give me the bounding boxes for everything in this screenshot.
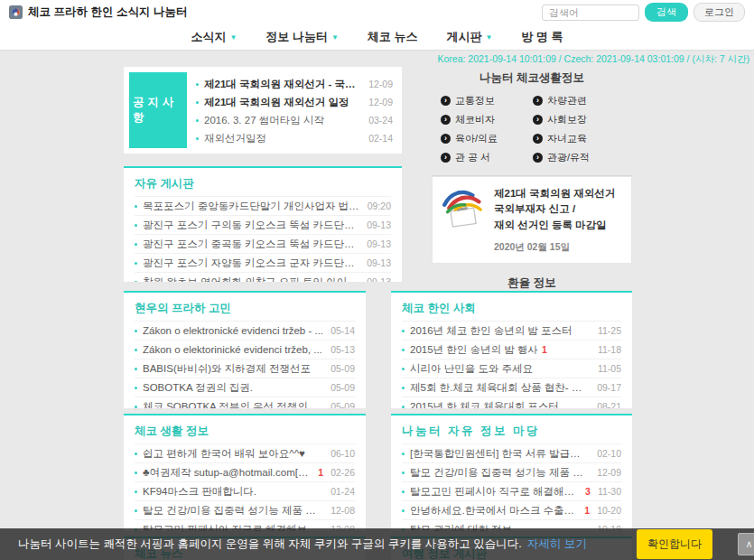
notice-item-date: 02-14 <box>361 133 393 144</box>
bullet-icon <box>135 471 137 474</box>
election-banner[interactable]: 제21대 국회의원 재외선거 국외부재자 신고 / 재외 선거인 등록 마감일 … <box>432 176 632 264</box>
board-item[interactable]: ♣여권제작 sutup-a@hotmail.com[여권/신분] 고민해결♣10… <box>135 462 355 481</box>
board-item-date: 11-30 <box>591 486 621 497</box>
board-item-text: Zákon o elektronické evidenci tržeb - ..… <box>143 325 323 336</box>
board-item[interactable]: 쉽고 편하게 한국어 배워 보아요^^♥06-10 <box>135 443 355 462</box>
board-item[interactable]: 탈모 건강/미용 집중력 성기능 제품 모두 한 곳에서 구매가...12-08 <box>135 500 355 519</box>
search-button[interactable]: 검색 <box>645 3 688 22</box>
header-top: 체코 프라하 한인 소식지 나눔터 검색 로그인 <box>0 0 754 24</box>
bullet-icon <box>196 137 199 140</box>
board-item[interactable]: 시리아 난민을 도와 주세요11-05 <box>402 359 621 378</box>
board-item-text: 안녕하세요.한국에서 마스크 수출하고있는 업체입니다. <box>410 504 581 518</box>
arrow-right-icon: › <box>441 96 451 106</box>
arrow-right-icon: › <box>441 134 451 144</box>
sidebar-link-label: 사회보장 <box>547 113 587 126</box>
notice-item-date: 12-09 <box>361 79 393 89</box>
sidebar-link[interactable]: ›육아/의료 <box>441 132 533 145</box>
sidebar-info-title: 나눔터 체코생활정보 <box>432 70 632 86</box>
board-item[interactable]: BABIS(바비쉬)와 지하경제 전쟁선포05-09 <box>135 359 355 378</box>
search-input[interactable] <box>542 5 639 21</box>
bullet-icon <box>196 83 199 86</box>
board-item[interactable]: 광진구 포스기 중곡동 키오스크 뚝섬 카드단말기 설치 구매 구의 CCT..… <box>135 234 391 253</box>
nav-item-게시판[interactable]: 게시판▼ <box>446 29 492 45</box>
board-item[interactable]: 창원 왕초보 영어회화 의창구 오픽 토익 아이엘츠 과외 주부 여행 일상..… <box>135 272 391 282</box>
login-button[interactable]: 로그인 <box>693 3 745 22</box>
board-item[interactable]: 탈모고민 핀페시아 직구로 해결해보세요!311-30 <box>402 481 621 500</box>
board-item[interactable]: SOBOTKA 정권의 집권.05-09 <box>135 378 355 397</box>
nav-item-label: 정보 나눔터 <box>265 29 328 45</box>
board-item-text: 광진구 포스기 구의동 키오스크 뚝섬 카드단말기 설치 구매 광장동 CC..… <box>143 219 359 232</box>
board-title: 체코 한인 사회 <box>402 301 621 316</box>
board-item[interactable]: 체코 SOBOTKA 정부의 우선 정책의 정리05-09 <box>135 397 355 408</box>
notice-item[interactable]: 2016. 3. 27 썸머타임 시작03-24 <box>196 111 393 129</box>
board-item-date: 09-13 <box>359 257 391 268</box>
board-item-text: ♣여권제작 sutup-a@hotmail.com[여권/신분] 고민해결♣ <box>143 466 314 480</box>
board-item-text: 광진구 포스기 중곡동 키오스크 뚝섬 카드단말기 설치 구매 구의 CCT..… <box>143 238 359 251</box>
bullet-icon <box>135 281 137 283</box>
nav-item-방명록[interactable]: 방 명 록 <box>521 29 563 45</box>
board-item[interactable]: 제5회 한.체코 체육대회 상품 협찬- 추가사항09-17 <box>402 378 621 397</box>
sidebar-link[interactable]: ›자녀교육 <box>533 132 625 145</box>
sidebar-link[interactable]: ›차량관련 <box>533 94 625 107</box>
site-brand[interactable]: 체코 프라하 한인 소식지 나눔터 <box>9 5 187 20</box>
notice-item-date: 12-09 <box>361 97 393 107</box>
banner-line-3: 재외 선거인 등록 마감일 <box>494 218 615 233</box>
bullet-icon <box>402 490 405 493</box>
banner-date: 2020년 02월 15일 <box>494 241 615 254</box>
board-item-text: 시리아 난민을 도와 주세요 <box>410 362 533 376</box>
board-item[interactable]: 2015년 한.체코 체육대회 포스터08-21 <box>402 397 621 408</box>
sidebar-link[interactable]: ›관 공 서 <box>441 151 533 164</box>
board-item[interactable]: 안녕하세요.한국에서 마스크 수출하고있는 업체입니다.110-20 <box>402 500 621 519</box>
notice-item[interactable]: 제21대 국회의원 재외선거 일정12-09 <box>196 93 393 111</box>
board-item-date: 05-13 <box>323 344 355 355</box>
sidebar-link[interactable]: ›사회보장 <box>533 113 625 126</box>
board-item-date: 09-17 <box>590 382 621 393</box>
bullet-icon <box>135 205 137 208</box>
nav-item-label: 체코 뉴스 <box>368 29 418 45</box>
cookie-message: 나눔터 사이트는 쾌적한 서핑과 홈페이지 운영을 위해 자체 쿠키와 구글의 … <box>18 537 522 552</box>
bullet-icon <box>402 387 405 389</box>
sidebar-link[interactable]: ›체코비자 <box>441 113 533 126</box>
board-item[interactable]: 광진구 포스기 구의동 키오스크 뚝섬 카드단말기 설치 구매 광장동 CC..… <box>135 215 391 234</box>
sidebar-link[interactable]: ›교통정보 <box>441 94 533 107</box>
board-item[interactable]: Zákon o elektronické evidenci tržeb - ..… <box>135 321 355 340</box>
exchange-title: 환율 정보 <box>433 275 630 291</box>
board-item[interactable]: 목포포스기 중앙동카드단말기 개인사업자 법인사업자 정수기 렌탈 인터...0… <box>135 196 391 215</box>
board-item-text: KF94마스크 판매합니다. <box>143 485 256 499</box>
board-item[interactable]: 2015년 한인 송년의 밤 행사111-18 <box>402 340 621 359</box>
cookie-detail-link[interactable]: 자세히 보기 <box>527 537 587 552</box>
board-item-text: 목포포스기 중앙동카드단말기 개인사업자 법인사업자 정수기 렌탈 인터... <box>143 200 360 213</box>
nav-item-label: 소식지 <box>191 29 226 45</box>
notice-item[interactable]: 제21대 국회의원 재외선거 - 국외부재자 신고/재외선...12-09 <box>196 75 393 93</box>
site-title: 체코 프라하 한인 소식지 나눔터 <box>28 5 187 20</box>
comment-count-badge: 1 <box>542 344 547 355</box>
nav-item-정보나눔터[interactable]: 정보 나눔터▼ <box>265 29 339 45</box>
nav-item-소식지[interactable]: 소식지▼ <box>191 29 237 45</box>
arrow-right-icon: › <box>533 153 543 163</box>
nav-item-체코뉴스[interactable]: 체코 뉴스 <box>368 29 418 45</box>
scroll-to-top-button[interactable]: ∧ <box>738 533 754 555</box>
board-title: 현우의 프라하 고민 <box>135 301 355 316</box>
board-item[interactable]: 광진구 포스기 자양동 키오스크 군자 카드단말기 설치 구매 능동 CCT..… <box>135 253 391 272</box>
board-item-text: 쉽고 편하게 한국어 배워 보아요^^♥ <box>143 447 305 461</box>
cookie-confirm-button[interactable]: 확인합니다 <box>637 529 712 559</box>
board-item[interactable]: 2016년 체코 한인 송년의 밤 포스터11-25 <box>402 321 621 340</box>
bullet-icon <box>135 387 137 389</box>
board-item[interactable]: Zákon o elektorinické evidenci tržeb, ..… <box>135 340 355 359</box>
bullet-icon <box>402 368 405 370</box>
board-item[interactable]: KF94마스크 판매합니다.01-24 <box>135 481 355 500</box>
board-item-text: SOBOTKA 정권의 집권. <box>143 381 253 395</box>
chevron-down-icon: ▼ <box>331 33 339 42</box>
notice-item[interactable]: 재외선거일정02-14 <box>196 129 393 147</box>
chevron-up-icon: ∧ <box>745 538 752 550</box>
board-item[interactable]: 탈모 건강/미용 집중력 성기능 제품 모두 한 곳에서 구매가...12-09 <box>402 462 621 481</box>
sidebar-link-label: 관 공 서 <box>455 151 490 164</box>
bullet-icon <box>402 509 405 512</box>
board-item-date: 05-09 <box>323 363 355 374</box>
cookie-consent-bar: 나눔터 사이트는 쾌적한 서핑과 홈페이지 운영을 위해 자체 쿠키와 구글의 … <box>0 528 754 560</box>
board-hyunwoo-prague: 현우의 프라하 고민Zákon o elektronické evidenci … <box>124 291 366 408</box>
sidebar-link[interactable]: ›관광/유적 <box>533 151 625 164</box>
board-item[interactable]: [한국통합민원센터] 한국 서류 발급부터 번역, 공증촉탁대...02-10 <box>402 443 621 462</box>
board-item-date: 09-13 <box>359 219 391 230</box>
sidebar-link-label: 관광/유적 <box>547 151 590 164</box>
